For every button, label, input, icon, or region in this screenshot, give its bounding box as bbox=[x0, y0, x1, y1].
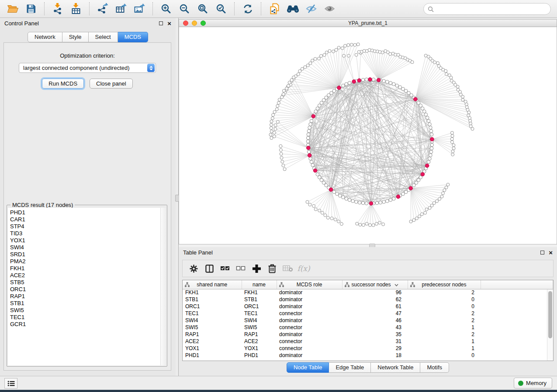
mcds-result-node[interactable]: STB5 bbox=[10, 279, 160, 286]
hide-details-icon[interactable] bbox=[303, 2, 319, 16]
criterion-select[interactable]: largest connected component (undirected) bbox=[19, 63, 156, 73]
cell-predecessor-nodes[interactable]: 1 bbox=[408, 345, 481, 352]
zoom-in-icon[interactable] bbox=[158, 2, 174, 16]
cell-predecessor-nodes[interactable]: 1 bbox=[408, 324, 481, 331]
open-file-icon[interactable] bbox=[5, 2, 21, 16]
mcds-result-node[interactable]: STP4 bbox=[10, 223, 160, 230]
save-session-icon[interactable] bbox=[23, 2, 39, 16]
cell-mcds-role[interactable]: connector bbox=[277, 338, 342, 345]
cell-shared-name[interactable]: STB1 bbox=[183, 296, 242, 303]
show-columns-icon[interactable] bbox=[203, 262, 216, 275]
mcds-result-node[interactable]: PHD1 bbox=[10, 209, 160, 216]
mcds-result-node[interactable]: RAP1 bbox=[10, 293, 160, 300]
zoom-out-icon[interactable] bbox=[176, 2, 192, 16]
tab-network[interactable]: Network bbox=[28, 32, 62, 42]
cell-successor-nodes[interactable]: 46 bbox=[342, 317, 408, 324]
mcds-result-node[interactable]: SWI5 bbox=[10, 307, 160, 314]
cell-successor-nodes[interactable]: 29 bbox=[342, 345, 408, 352]
table-row[interactable]: ORC1ORC1dominator610 bbox=[183, 303, 553, 310]
search-network-icon[interactable] bbox=[285, 2, 301, 16]
cell-name[interactable]: STB1 bbox=[242, 296, 277, 303]
table-scrollbar-thumb[interactable] bbox=[548, 291, 552, 338]
column-header-shared-name[interactable]: shared name bbox=[183, 280, 242, 289]
network-canvas[interactable] bbox=[179, 27, 557, 244]
cell-mcds-role[interactable]: dominator bbox=[277, 289, 342, 296]
import-table-icon[interactable] bbox=[68, 2, 84, 16]
table-row[interactable]: SWI4SWI4dominator462 bbox=[183, 317, 553, 324]
add-column-icon[interactable] bbox=[250, 262, 263, 275]
import-network-icon[interactable] bbox=[50, 2, 66, 16]
network-from-file-icon[interactable] bbox=[266, 2, 282, 16]
cell-predecessor-nodes[interactable]: 0 bbox=[408, 303, 481, 310]
cell-successor-nodes[interactable]: 43 bbox=[342, 324, 408, 331]
mcds-result-node[interactable]: TEC1 bbox=[10, 314, 160, 321]
export-image-icon[interactable] bbox=[131, 2, 147, 16]
cell-predecessor-nodes[interactable]: 2 bbox=[408, 331, 481, 338]
cell-shared-name[interactable]: RAP1 bbox=[183, 331, 242, 338]
column-header-mcds-role[interactable]: MCDS role bbox=[277, 280, 342, 289]
memory-button[interactable]: Memory bbox=[514, 378, 552, 389]
cell-successor-nodes[interactable]: 96 bbox=[342, 289, 408, 296]
node-table[interactable]: shared namenameMCDS rolesuccessor nodesp… bbox=[182, 280, 554, 361]
cell-predecessor-nodes[interactable]: 0 bbox=[408, 296, 481, 303]
mcds-result-node[interactable]: PMA2 bbox=[10, 258, 160, 265]
table-row[interactable]: RAP1RAP1dominator352 bbox=[183, 331, 553, 338]
mcds-result-node[interactable]: ORC1 bbox=[10, 286, 160, 293]
cell-mcds-role[interactable]: dominator bbox=[277, 303, 342, 310]
cell-shared-name[interactable]: FKH1 bbox=[183, 289, 242, 296]
tab-style[interactable]: Style bbox=[62, 32, 89, 42]
cell-shared-name[interactable]: SWI5 bbox=[183, 324, 242, 331]
cell-predecessor-nodes[interactable]: 2 bbox=[408, 289, 481, 296]
table-scrollbar[interactable] bbox=[547, 289, 553, 361]
mcds-result-node[interactable]: TID3 bbox=[10, 230, 160, 237]
cell-successor-nodes[interactable]: 31 bbox=[342, 338, 408, 345]
search-input[interactable] bbox=[434, 5, 550, 14]
table-row[interactable]: PHD1PHD1dominator180 bbox=[183, 352, 553, 359]
table-row[interactable]: FKH1FKH1dominator962 bbox=[183, 289, 553, 296]
deselect-all-rows-icon[interactable] bbox=[234, 262, 247, 275]
refresh-view-icon[interactable] bbox=[240, 2, 256, 16]
cell-name[interactable]: ORC1 bbox=[242, 303, 277, 310]
cell-mcds-role[interactable]: dominator bbox=[277, 331, 342, 338]
zoom-selected-icon[interactable] bbox=[213, 2, 229, 16]
table-tab-edge-table[interactable]: Edge Table bbox=[329, 362, 371, 373]
export-table-icon[interactable] bbox=[113, 2, 129, 16]
mcds-result-node[interactable]: SWI4 bbox=[10, 244, 160, 251]
table-settings-gear-icon[interactable] bbox=[187, 262, 200, 275]
table-tab-network-table[interactable]: Network Table bbox=[371, 362, 420, 373]
column-header-predecessor-nodes[interactable]: predecessor nodes bbox=[408, 280, 481, 289]
cell-shared-name[interactable]: YOX1 bbox=[183, 345, 242, 352]
cell-predecessor-nodes[interactable]: 2 bbox=[408, 317, 481, 324]
mcds-result-node[interactable]: STB1 bbox=[10, 300, 160, 307]
cell-mcds-role[interactable]: connector bbox=[277, 345, 342, 352]
cell-name[interactable]: SWI4 bbox=[242, 317, 277, 324]
cell-successor-nodes[interactable]: 62 bbox=[342, 296, 408, 303]
export-network-icon[interactable] bbox=[95, 2, 111, 16]
table-tab-node-table[interactable]: Node Table bbox=[287, 362, 329, 373]
cell-predecessor-nodes[interactable]: 0 bbox=[408, 352, 481, 359]
float-panel-icon[interactable] bbox=[159, 21, 163, 25]
mcds-result-list[interactable]: PHD1CAR1STP4TID3YOX1SWI4SRD1PMA2FKH1ACE2… bbox=[8, 208, 160, 365]
run-mcds-button[interactable]: Run MCDS bbox=[42, 79, 84, 89]
tab-mcds[interactable]: MCDS bbox=[118, 32, 148, 42]
cell-name[interactable]: ACE2 bbox=[242, 338, 277, 345]
cell-successor-nodes[interactable]: 47 bbox=[342, 310, 408, 317]
mcds-result-node[interactable]: YOX1 bbox=[10, 237, 160, 244]
column-header-name[interactable]: name bbox=[242, 280, 277, 289]
cell-name[interactable]: YOX1 bbox=[242, 345, 277, 352]
close-panel-button[interactable]: Close panel bbox=[90, 79, 133, 89]
cell-successor-nodes[interactable]: 18 bbox=[342, 352, 408, 359]
mcds-result-node[interactable]: GCR1 bbox=[10, 321, 160, 328]
float-panel-icon[interactable] bbox=[540, 251, 544, 254]
table-row[interactable]: SWI5SWI5connector431 bbox=[183, 324, 553, 331]
table-row[interactable]: TEC1TEC1connector472 bbox=[183, 310, 553, 317]
mcds-result-node[interactable]: CAR1 bbox=[10, 216, 160, 223]
vertical-splitter[interactable] bbox=[176, 18, 179, 376]
cell-shared-name[interactable]: TEC1 bbox=[183, 310, 242, 317]
task-history-button[interactable] bbox=[4, 378, 17, 389]
cell-predecessor-nodes[interactable]: 2 bbox=[408, 310, 481, 317]
mcds-result-scrollbar[interactable] bbox=[160, 208, 166, 365]
network-titlebar[interactable]: YPA_prune.txt_1 bbox=[179, 19, 557, 27]
cell-mcds-role[interactable]: connector bbox=[277, 324, 342, 331]
tab-select[interactable]: Select bbox=[89, 32, 118, 42]
